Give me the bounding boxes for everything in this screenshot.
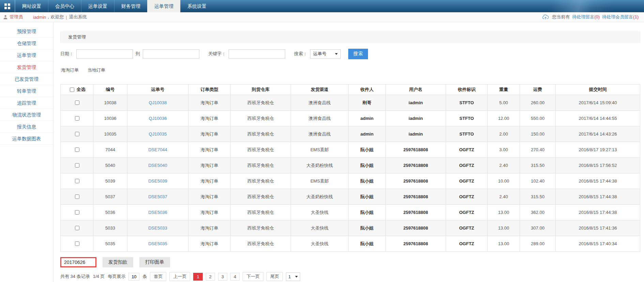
row-checkbox[interactable] [75, 163, 79, 168]
cell-waybill[interactable]: QJ10036 [127, 111, 188, 126]
column-header: 收件标识 [446, 84, 488, 95]
welcome-text: ，欢迎您 [46, 14, 64, 20]
cell-receiver: 阮小姐 [349, 236, 386, 252]
cell-id: 10038 [93, 95, 127, 111]
first-page-button[interactable]: 首页 [150, 272, 166, 281]
separator: | [66, 15, 67, 20]
keyword-input[interactable] [229, 49, 285, 59]
cell-warehouse: 西班牙免税仓 [231, 220, 291, 236]
pending-prefix: 您当前有 [552, 14, 570, 20]
cell-waybill[interactable]: QJ10035 [127, 126, 188, 142]
cell-waybill[interactable]: DSE5036 [127, 205, 188, 220]
column-header: 订单类型 [188, 84, 231, 95]
logout-link[interactable]: 退出系统 [69, 14, 87, 20]
row-checkbox[interactable] [75, 116, 79, 121]
column-header: 用户名 [386, 84, 446, 95]
cell-warehouse: 西班牙免税仓 [231, 142, 291, 158]
row-checkbox[interactable] [75, 241, 79, 246]
sidebar-item-3[interactable]: 发货管理 [0, 61, 53, 73]
cell-time: 2017/6/14 14:43:26 [556, 126, 640, 142]
cell-waybill[interactable]: DSE5040 [127, 158, 188, 173]
per-page-input[interactable] [128, 273, 139, 281]
page-numbers: 1234 [193, 273, 240, 281]
pending-member-messages-label: 待处理会员留言 [602, 14, 633, 19]
search-button[interactable]: 搜索 [348, 49, 368, 59]
pending-member-messages-link[interactable]: 待处理会员留言(1) [602, 14, 639, 20]
deduct-button[interactable]: 发货扣款 [103, 257, 133, 267]
row-select-cell [61, 126, 93, 142]
orders-tbody: 10038QJ10038海淘订单西班牙免税仓澳洲食品线刚哥iadminSTFTO… [61, 95, 640, 252]
page-number-3[interactable]: 3 [218, 273, 227, 281]
date-from-input[interactable] [76, 49, 133, 59]
next-page-button[interactable]: 下一页 [243, 272, 263, 281]
cloud-upload-icon [542, 14, 549, 20]
row-checkbox[interactable] [75, 132, 79, 136]
apps-grid-icon[interactable] [0, 0, 15, 12]
cell-type: 海淘订单 [188, 205, 231, 220]
cell-channel: 大圣快线 [291, 205, 349, 220]
select-all[interactable]: 全选 [68, 87, 86, 93]
page-number-4[interactable]: 4 [230, 273, 240, 281]
row-checkbox[interactable] [75, 147, 79, 152]
sidebar-item-4[interactable]: 已发货管理 [0, 73, 53, 85]
nav-tab-2[interactable]: 运单设置 [81, 0, 114, 12]
nav-tab-3[interactable]: 财务管理 [114, 0, 147, 12]
date-label: 日期： [60, 51, 74, 57]
sidebar-item-6[interactable]: 追踪管理 [0, 97, 53, 109]
page-number-2[interactable]: 2 [206, 273, 215, 281]
page-indicator: 1/4 页 [93, 273, 105, 280]
sidebar-item-7[interactable]: 物流状态管理 [0, 109, 53, 121]
row-checkbox[interactable] [75, 179, 79, 183]
cell-time: 2017/6/14 15:09:40 [556, 95, 640, 111]
pagination: 共有 34 条记录 1/4 页 每页展示 条 首页 上一页 1234 下一页 尾… [60, 272, 640, 281]
user-info: 管理员 iadmin ，欢迎您 | 退出系统 [3, 14, 87, 20]
column-header: 收件人 [349, 84, 386, 95]
row-checkbox[interactable] [75, 226, 79, 230]
search-type-select[interactable]: 运单号 [310, 49, 341, 59]
order-tab-1[interactable]: 当地订单 [88, 67, 105, 73]
order-tab-0[interactable]: 海淘订单 [61, 67, 79, 73]
cell-waybill[interactable]: DSE5037 [127, 189, 188, 205]
cell-waybill[interactable]: DSE5033 [127, 220, 188, 236]
last-page-button[interactable]: 尾页 [266, 272, 283, 281]
table-row: 5033DSE5033海淘订单西班牙免税仓大圣快线阮小姐2597618808OG… [61, 220, 640, 236]
cell-weight: 13.00 [488, 205, 520, 220]
row-checkbox[interactable] [75, 100, 79, 105]
cell-channel: 大圣奶粉快线 [291, 189, 349, 205]
nav-tab-4[interactable]: 运单管理 [147, 0, 180, 12]
cell-fee: 362.00 [520, 205, 556, 220]
print-button[interactable]: 打印面单 [139, 257, 170, 267]
pending-messages-count: (0) [594, 14, 600, 19]
sidebar-item-8[interactable]: 报关信息 [0, 121, 53, 133]
sidebar-item-1[interactable]: 仓储管理 [0, 37, 53, 49]
cell-waybill[interactable]: DSE7044 [127, 142, 188, 158]
sidebar-item-0[interactable]: 预报管理 [0, 26, 53, 37]
batch-number-input[interactable] [60, 257, 96, 267]
cell-channel: 澳洲食品线 [291, 126, 349, 142]
row-checkbox[interactable] [75, 210, 79, 215]
cell-id: 5040 [93, 158, 127, 173]
prev-page-button[interactable]: 上一页 [169, 272, 190, 281]
sidebar-item-9[interactable]: 运单数据图表 [0, 133, 53, 145]
row-select-cell [61, 158, 93, 173]
cell-user: iadmin [386, 126, 446, 142]
cell-user: 2597618808 [386, 220, 446, 236]
cell-channel: 大圣快线 [291, 220, 349, 236]
page-number-1[interactable]: 1 [193, 273, 202, 281]
cell-waybill[interactable]: DSE5035 [127, 236, 188, 252]
nav-tab-1[interactable]: 会员中心 [48, 0, 81, 12]
row-checkbox[interactable] [75, 194, 79, 199]
cell-id: 7044 [93, 142, 127, 158]
select-all-checkbox[interactable] [70, 88, 74, 92]
page-jump-select[interactable]: 1 [286, 272, 300, 281]
cell-waybill[interactable]: QJ10038 [127, 95, 188, 111]
date-to-input[interactable] [143, 49, 199, 59]
cell-receiver: 阮小姐 [349, 220, 386, 236]
sidebar-item-5[interactable]: 转单管理 [0, 85, 53, 97]
sidebar-item-2[interactable]: 运单管理 [0, 49, 53, 61]
nav-tab-0[interactable]: 网站设置 [15, 0, 48, 12]
nav-tab-5[interactable]: 系统设置 [180, 0, 213, 12]
cell-waybill[interactable]: DSE5039 [127, 173, 188, 189]
pending-messages-link[interactable]: 待处理留言(0) [572, 14, 600, 20]
cell-weight: 10.00 [488, 173, 520, 189]
